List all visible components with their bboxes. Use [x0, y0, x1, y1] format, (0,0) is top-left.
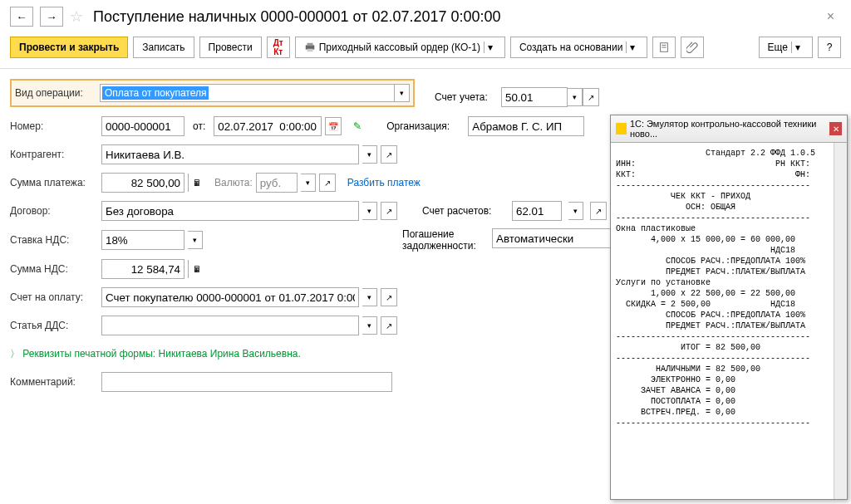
- split-payment-link[interactable]: Разбить платеж: [347, 177, 421, 188]
- dds-label: Статья ДДС:: [10, 320, 101, 331]
- open-external-icon[interactable]: ↗: [381, 145, 397, 164]
- open-external-icon[interactable]: ↗: [381, 288, 397, 306]
- settlement-acc-input[interactable]: [512, 201, 562, 221]
- close-icon[interactable]: ✕: [829, 122, 842, 135]
- contract-input[interactable]: [101, 201, 359, 221]
- favorite-star-icon[interactable]: ☆: [70, 7, 83, 26]
- from-label: от:: [193, 120, 205, 132]
- number-input[interactable]: [101, 116, 184, 136]
- report-icon: [658, 42, 670, 53]
- paperclip-icon: [686, 42, 698, 53]
- contract-label: Договор:: [10, 205, 101, 217]
- calculator-icon[interactable]: 🖩: [188, 174, 204, 192]
- debt-input[interactable]: [492, 228, 625, 248]
- amount-input[interactable]: [101, 173, 184, 193]
- chevron-down-icon[interactable]: ▾: [301, 174, 316, 192]
- help-button[interactable]: ?: [818, 37, 841, 58]
- operation-type-select[interactable]: Оплата от покупателя: [100, 84, 395, 102]
- post-and-close-button[interactable]: Провести и закрыть: [10, 37, 128, 58]
- chevron-down-icon[interactable]: ▾: [568, 88, 583, 106]
- debt-label: Погашение задолженности:: [402, 228, 485, 252]
- account-label: Счет учета:: [435, 91, 501, 103]
- vat-rate-input[interactable]: [101, 230, 184, 250]
- print-ko1-button[interactable]: Приходный кассовый ордер (КО-1) ▾: [295, 37, 505, 58]
- chevron-down-icon[interactable]: ▾: [362, 202, 377, 220]
- operation-type-label: Вид операции:: [15, 87, 100, 99]
- open-external-icon[interactable]: ↗: [583, 88, 599, 106]
- close-icon[interactable]: ×: [820, 9, 841, 24]
- report-button[interactable]: [652, 37, 676, 58]
- calendar-icon[interactable]: 📅: [325, 117, 342, 135]
- open-external-icon[interactable]: ↗: [381, 202, 397, 220]
- number-label: Номер:: [10, 120, 101, 132]
- printer-icon: [304, 42, 316, 53]
- vat-amount-input[interactable]: [101, 259, 184, 279]
- post-button[interactable]: Провести: [199, 37, 262, 58]
- comment-input[interactable]: [101, 372, 392, 392]
- receipt-text: Стандарт 2.2 ФФД 1.0.5 ИНН: РН ККТ: ККТ:…: [611, 143, 834, 499]
- svg-rect-2: [307, 49, 312, 52]
- open-external-icon[interactable]: ↗: [381, 316, 397, 335]
- settlement-acc-label: Счет расчетов:: [422, 205, 505, 217]
- svg-rect-1: [307, 43, 312, 46]
- operation-type-row: Вид операции: Оплата от покупателя ▾: [10, 79, 415, 107]
- create-based-on-button[interactable]: Создать на основании ▾: [510, 37, 648, 58]
- open-external-icon[interactable]: ↗: [590, 202, 607, 220]
- dt-kt-button[interactable]: ДтКт: [267, 37, 290, 58]
- page-title: Поступление наличных 0000-000001 от 02.0…: [93, 8, 501, 26]
- chevron-down-icon[interactable]: ▾: [484, 42, 496, 53]
- print-requisites-toggle[interactable]: 〉 Реквизиты печатной формы: Никитаева Ир…: [10, 347, 301, 361]
- open-external-icon[interactable]: ↗: [319, 174, 336, 192]
- scrollbar[interactable]: [834, 143, 847, 499]
- chevron-down-icon[interactable]: ▾: [362, 145, 377, 164]
- receipt-window-title: 1С: Эмулятор контрольно-кассовой техники…: [630, 119, 829, 139]
- amount-label: Сумма платежа:: [10, 177, 101, 188]
- org-input[interactable]: [468, 116, 584, 136]
- nav-forward-button[interactable]: →: [40, 7, 63, 27]
- nav-back-button[interactable]: ←: [10, 7, 33, 27]
- chevron-down-icon[interactable]: ▾: [568, 202, 583, 220]
- chevron-down-icon[interactable]: ▾: [791, 42, 804, 53]
- receipt-window-title-bar[interactable]: 1С: Эмулятор контрольно-кассовой техники…: [611, 115, 847, 143]
- counterparty-input[interactable]: [101, 144, 359, 164]
- chevron-down-icon[interactable]: ▾: [188, 231, 203, 249]
- chevron-down-icon[interactable]: ▾: [626, 42, 638, 53]
- invoice-label: Счет на оплату:: [10, 291, 101, 303]
- chevron-down-icon[interactable]: ▾: [395, 84, 410, 102]
- app-icon: [616, 123, 627, 135]
- more-button[interactable]: Еще ▾: [759, 37, 813, 58]
- toolbar: Провести и закрыть Записать Провести ДтК…: [0, 33, 851, 69]
- status-icon: ✎: [353, 120, 362, 132]
- account-input[interactable]: [501, 87, 568, 107]
- dds-input[interactable]: [101, 316, 359, 335]
- comment-label: Комментарий:: [10, 376, 101, 388]
- header-bar: ← → ☆ Поступление наличных 0000-000001 о…: [0, 0, 851, 33]
- currency-input: [256, 173, 298, 193]
- chevron-down-icon[interactable]: ▾: [362, 288, 377, 306]
- currency-label: Валюта:: [214, 177, 253, 188]
- chevron-down-icon[interactable]: ▾: [362, 316, 377, 335]
- date-input[interactable]: [214, 116, 322, 136]
- invoice-input[interactable]: [101, 287, 359, 307]
- save-button[interactable]: Записать: [133, 37, 194, 58]
- attachment-button[interactable]: [681, 37, 704, 58]
- receipt-emulator-window: 1С: Эмулятор контрольно-кассовой техники…: [610, 115, 848, 500]
- counterparty-label: Контрагент:: [10, 149, 101, 160]
- vat-rate-label: Ставка НДС:: [10, 234, 101, 246]
- vat-amount-label: Сумма НДС:: [10, 263, 101, 275]
- org-label: Организация:: [386, 120, 461, 132]
- calculator-icon[interactable]: 🖩: [188, 260, 204, 278]
